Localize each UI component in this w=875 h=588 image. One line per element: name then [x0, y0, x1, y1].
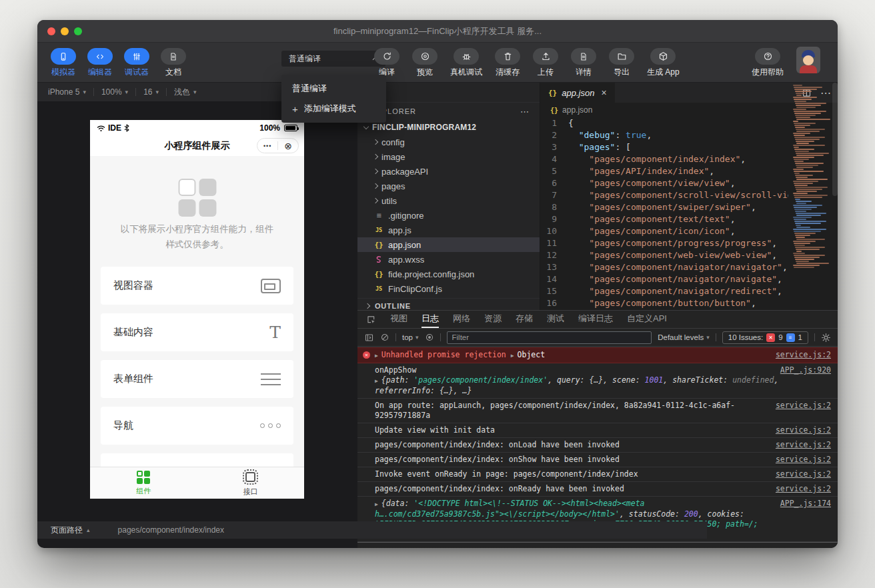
outline-section[interactable]: OUTLINE [357, 298, 540, 310]
minimize-window-button[interactable] [61, 27, 69, 35]
expand-caret-icon[interactable]: ▶ [375, 376, 378, 386]
more-menu-icon[interactable]: ••• [263, 143, 271, 149]
component-card-表单组件[interactable]: 表单组件 [101, 360, 293, 398]
debug-tab-资源[interactable]: 资源 [484, 311, 502, 328]
console-prompt[interactable]: > [357, 542, 838, 548]
toolbar-button-详情[interactable]: 详情 [571, 48, 596, 78]
tree-item-app.js[interactable]: JSapp.js [357, 223, 540, 237]
component-card-导航[interactable]: 导航 [101, 407, 293, 445]
bug-icon [462, 51, 472, 61]
button-pill [51, 48, 76, 65]
inspect-element-icon[interactable] [366, 315, 376, 325]
close-tab-icon[interactable]: × [601, 87, 606, 98]
sim-select-浅色[interactable]: 浅色▾ [174, 87, 197, 98]
console-sidebar-icon[interactable] [364, 333, 374, 343]
toolbar-button-生成 App[interactable]: 生成 App [647, 48, 680, 78]
sim-select-iPhone 5[interactable]: iPhone 5▾ [48, 87, 86, 97]
toolbar-actions-group: 编译预览真机调试清缓存上传详情导出生成 App [374, 48, 680, 78]
dropdown-item-add-compile-mode[interactable]: + 添加编译模式 [281, 99, 386, 119]
toolbar-button-清缓存[interactable]: 清缓存 [495, 48, 520, 78]
console-source-link[interactable]: service.js:2 [776, 401, 831, 411]
editor-scrollbar[interactable] [832, 83, 838, 196]
console-source-link[interactable]: APP_.js:920 [780, 365, 831, 375]
expand-caret-icon[interactable]: ▶ [375, 499, 378, 509]
phone-tab-接口[interactable]: 接口 [197, 467, 305, 499]
console-source-link[interactable]: service.js:2 [776, 455, 831, 465]
minimap[interactable] [792, 84, 832, 310]
console-row: service.js:2Update view with init data [357, 423, 838, 438]
dropdown-item-normal-compile[interactable]: 普通编译 [281, 79, 386, 99]
tree-item-app.json[interactable]: {}app.json [357, 237, 540, 252]
sim-select-100%[interactable]: 100%▾ [101, 87, 128, 97]
tree-item-fide.project.config.json[interactable]: {}fide.project.config.json [357, 267, 540, 281]
battery-icon [284, 125, 297, 131]
tree-item-FinClipConf.js[interactable]: JSFinClipConf.js [357, 281, 540, 296]
toolbar-button-真机调试[interactable]: 真机调试 [450, 48, 482, 78]
tree-item-utils[interactable]: utils [357, 193, 540, 208]
chevron-down-icon: ▾ [83, 89, 86, 95]
line-number: 4 [540, 153, 568, 165]
console-source-link[interactable]: service.js:2 [776, 484, 831, 494]
tree-item-image[interactable]: image [357, 149, 540, 164]
close-window-button[interactable] [47, 27, 55, 35]
log-levels-select[interactable]: Default levels▾ [658, 333, 710, 341]
toolbar-button-编辑器[interactable]: 编辑器 [87, 48, 113, 78]
button-pill [650, 48, 676, 65]
context-selector[interactable]: top▾ [402, 333, 419, 341]
tree-item-.gitignore[interactable]: ≡.gitignore [357, 208, 540, 223]
tree-item-label: app.json [388, 240, 421, 250]
clear-console-icon[interactable] [380, 333, 389, 342]
tree-item-packageAPI[interactable]: packageAPI [357, 164, 540, 179]
console-source-link[interactable]: service.js:2 [776, 440, 831, 450]
zoom-window-button[interactable] [74, 27, 82, 35]
console-filter-input[interactable] [447, 331, 652, 344]
line-number: 9 [540, 213, 568, 225]
debug-tab-网络[interactable]: 网络 [453, 311, 470, 328]
expand-caret-icon[interactable]: ▶ [375, 351, 378, 361]
toolbar-button-文档[interactable]: 文档 [161, 48, 186, 78]
toolbar-button-调试器[interactable]: 调试器 [124, 48, 149, 78]
page-path-toggle[interactable]: 页面路径 ▴ [37, 525, 103, 536]
component-card-视图容器[interactable]: 视图容器 [101, 267, 293, 305]
debug-tab-测试[interactable]: 测试 [547, 311, 564, 328]
toolbar-button-上传[interactable]: 上传 [533, 48, 558, 78]
doc-icon [169, 52, 178, 61]
toolbar-button-使用帮助[interactable]: 使用帮助 [752, 48, 784, 78]
tree-item-config[interactable]: config [357, 135, 540, 149]
compile-mode-dropdown: 普通编译 + 添加编译模式 [281, 75, 386, 123]
issues-counter[interactable]: 10 Issues: ✕ 9 ≡ 1 [722, 331, 808, 344]
console-source-link[interactable]: service.js:2 [776, 425, 831, 435]
user-avatar[interactable] [796, 47, 820, 73]
expand-caret-icon[interactable]: ▶ [511, 351, 514, 361]
console-log: ✕service.js:2▶Unhandled promise rejectio… [357, 347, 838, 548]
console-source-link[interactable]: service.js:2 [776, 350, 831, 360]
debug-tab-视图[interactable]: 视图 [390, 311, 407, 328]
tree-item-pages[interactable]: pages [357, 179, 540, 193]
explorer-more-icon[interactable]: ⋯ [520, 107, 529, 117]
console-source-link[interactable]: service.js:2 [776, 469, 831, 479]
toolbar-button-导出[interactable]: 导出 [609, 48, 634, 78]
file-tree: FINCLIP-MINIPROGRAM12configimagepackageA… [357, 120, 540, 296]
debug-tab-存储[interactable]: 存储 [516, 311, 533, 328]
code-area[interactable]: 1{2 "debug": true,3 "pages": [4 "pages/c… [540, 117, 788, 310]
button-pill [412, 48, 437, 65]
close-miniapp-icon[interactable]: ⊗ [284, 141, 292, 151]
page-path-label: 页面路径 [51, 525, 83, 536]
tree-item-app.wxss[interactable]: app.wxss [357, 252, 540, 267]
component-card-基础内容[interactable]: 基础内容T [101, 313, 293, 351]
debug-tab-编译日志[interactable]: 编译日志 [578, 311, 613, 328]
console-source-link[interactable]: APP_.js:174 [780, 499, 831, 509]
debug-tab-日志[interactable]: 日志 [421, 311, 439, 328]
sim-select-16[interactable]: 16▾ [143, 87, 159, 97]
phone-tab-组件[interactable]: 组件 [90, 467, 197, 499]
toolbar-button-模拟器[interactable]: 模拟器 [51, 48, 76, 78]
tab-app-json[interactable]: {} app.json × [540, 83, 615, 103]
console-settings-gear-icon[interactable] [821, 333, 831, 343]
sim-select-value: 100% [101, 87, 122, 97]
debug-tab-自定义API[interactable]: 自定义API [627, 311, 667, 328]
compile-mode-select[interactable]: 普通编译 [281, 51, 385, 67]
toolbar-button-编译[interactable]: 编译 [374, 48, 399, 78]
eye-icon[interactable] [425, 333, 434, 342]
status-bar: 页面路径 ▴ pages/component/index/index [37, 521, 707, 539]
toolbar-button-预览[interactable]: 预览 [412, 48, 437, 78]
